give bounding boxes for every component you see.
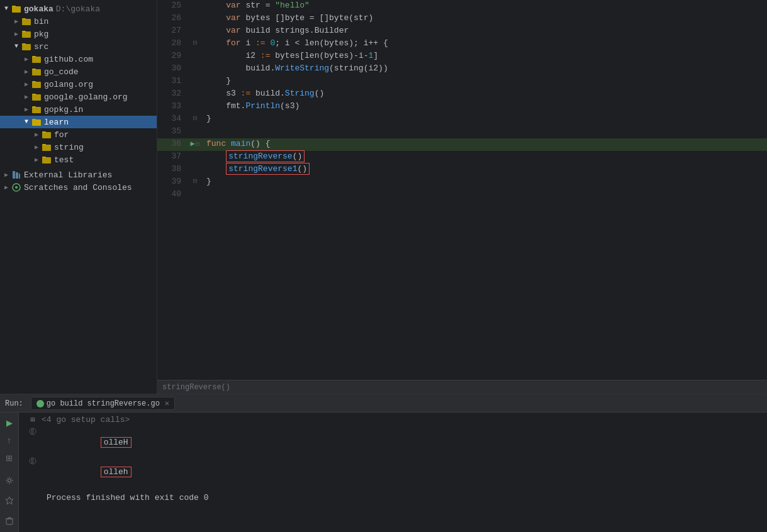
expand-button[interactable]: ⊞ [2,450,17,465]
process-finish-text: Process finished with exit code 0 [47,493,208,502]
code-content-29: i2 := bytes[len(bytes)-i-1] [201,51,767,60]
line-num-25: 25 [157,1,189,10]
learn-label: learn [44,118,69,127]
svg-rect-32 [6,519,13,524]
run-panel: Run: go build stringReverse.go ✕ ▶ ↑ ⊞ [0,394,767,532]
code-line-33: 33 fmt.Println(s3) [157,101,767,113]
sidebar-item-github[interactable]: ▶ github.com [0,53,157,65]
code-line-25: 25 var str = "hello" [157,0,767,13]
code-line-34: 34 ⊟ } [157,113,767,126]
sidebar-item-test[interactable]: ▶ test [0,153,157,166]
tab-status-icon [36,400,44,407]
gopkg-arrow: ▶ [23,106,30,113]
sidebar-item-gopkg[interactable]: ▶ gopkg.in [0,103,157,116]
code-content-30: build.WriteString(string(i2)) [201,64,767,73]
run-tab-close-button[interactable]: ✕ [165,399,169,408]
sidebar-item-pkg[interactable]: ▶ pkg [0,28,157,40]
code-view[interactable]: 25 var str = "hello" 26 var bytes []byte… [157,0,767,380]
sidebar-item-learn[interactable]: ▼ learn [0,116,157,128]
scroll-up-button[interactable]: ↑ [2,433,17,448]
gocode-folder-icon [31,67,42,77]
svg-rect-13 [32,81,36,82]
googlegolang-folder-icon [31,92,42,102]
golangorg-label: golang.org [44,80,93,89]
svg-rect-7 [22,43,26,45]
editor-status-text: stringReverse() [162,383,230,392]
expand-calls-icon: ⊞ [30,415,35,424]
line-num-33: 33 [157,101,189,111]
run-output-content[interactable]: ⊞ <4 go setup calls> olleH [19,413,767,532]
sidebar-item-scratches[interactable]: ▶ Scratches and Consoles [0,181,157,194]
svg-point-31 [8,479,11,482]
root-arrow: ▼ [3,5,10,13]
src-arrow: ▼ [13,43,20,50]
scratches-icon [11,182,21,192]
line-num-34: 34 [157,114,189,123]
code-line-40: 40 [157,189,767,201]
sidebar-item-src[interactable]: ▼ src [0,40,157,53]
for-folder-icon [42,130,52,140]
svg-rect-11 [32,69,36,70]
code-content-38: stringReverse1() [201,164,767,174]
trash-button[interactable] [2,513,17,528]
svg-rect-21 [42,131,46,133]
svg-rect-23 [42,144,46,145]
gutter-34: ⊟ [189,114,201,122]
github-label: github.com [44,55,93,64]
code-line-36: 36 ▶ ⊟ func main() { [157,138,767,151]
string-arrow: ▶ [33,143,40,151]
output-gutter-2 [24,457,42,465]
for-label: for [54,130,69,140]
gutter-36: ▶ ⊟ [189,139,201,148]
svg-rect-9 [32,56,36,57]
output-icon-2 [29,457,36,465]
root-label: gokaka [24,4,53,14]
svg-rect-24 [42,157,51,163]
code-line-28: 28 ⊟ for i := 0; i < len(bytes); i++ { [157,38,767,50]
sidebar-item-for[interactable]: ▶ for [0,128,157,141]
line-num-32: 32 [157,89,189,98]
svg-rect-1 [12,6,16,7]
github-folder-icon [31,54,42,64]
line-num-38: 38 [157,164,189,174]
test-folder-icon [42,155,52,165]
run-left-toolbar: ▶ ↑ ⊞ [0,413,19,532]
googlegolang-arrow: ▶ [23,93,30,101]
extlibs-arrow: ▶ [3,171,10,179]
pkg-label: pkg [34,30,48,39]
sidebar-item-string[interactable]: ▶ string [0,141,157,153]
sidebar-item-bin[interactable]: ▶ bin [0,15,157,28]
pin-button[interactable] [2,493,17,508]
code-content-26: var bytes []byte = []byte(str) [201,13,767,23]
gopkg-label: gopkg.in [44,105,83,114]
project-sidebar: ▼ gokaka D:\gokaka ▶ bin ▶ pkg [0,0,157,394]
gocode-label: go_code [44,67,79,77]
code-line-27: 27 var build strings.Builder [157,25,767,38]
for-arrow: ▶ [33,131,40,138]
rerun-button[interactable]: ▶ [2,415,17,430]
sidebar-root-item[interactable]: ▼ gokaka D:\gokaka [0,3,157,15]
bin-folder-icon [21,16,31,26]
run-tab-label: go build stringReverse.go [47,399,160,408]
sidebar-item-googlegolang[interactable]: ▶ google.golang.org [0,91,157,103]
svg-rect-15 [32,94,36,95]
settings-button[interactable] [2,473,17,488]
calls-text: <4 go setup calls> [42,415,130,424]
run-tab[interactable]: go build stringReverse.go ✕ [31,397,175,410]
test-arrow: ▶ [33,156,40,163]
sidebar-item-gocode[interactable]: ▶ go_code [0,65,157,78]
line-num-39: 39 [157,177,189,186]
sidebar-item-golangorg[interactable]: ▶ golang.org [0,78,157,91]
svg-rect-19 [32,119,36,120]
scratches-arrow: ▶ [3,184,10,191]
sidebar-item-external-libs[interactable]: ▶ External Libraries [0,169,157,181]
main-layout: ▼ gokaka D:\gokaka ▶ bin ▶ pkg [0,0,767,394]
code-content-39: } [201,177,767,186]
output-gutter-1 [24,428,42,435]
svg-rect-37 [31,458,32,463]
code-line-38: 38 stringReverse1() [157,163,767,176]
svg-rect-20 [42,132,51,138]
bin-label: bin [34,17,48,26]
string-folder-icon [42,142,52,152]
line-num-40: 40 [157,189,189,199]
